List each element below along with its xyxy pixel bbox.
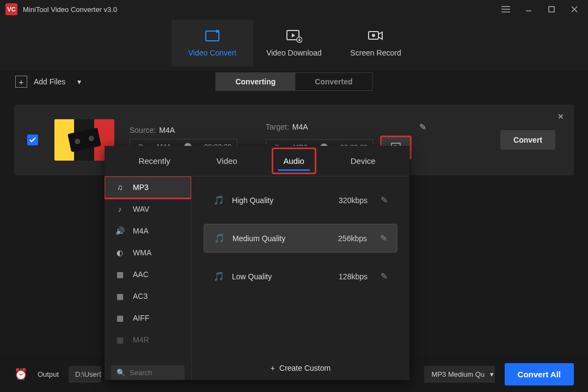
badge-icon: ▦ (114, 292, 125, 301)
format-list[interactable]: ♫MP3 ♪WAV 🔊M4A ◐WMA ▦AAC ▦AC3 ▦AIFF ▦M4R… (105, 176, 192, 380)
main-tabs: Video Convert Video Download Screen Reco… (0, 19, 588, 71)
speaker-icon: 🔊 (114, 226, 125, 235)
fmt-label: MP3 (133, 183, 149, 192)
create-custom-label: Create Custom (279, 364, 330, 372)
minimize-button[interactable] (517, 0, 540, 19)
global-format-picker[interactable]: MP3 Medium Qu ▾ (424, 366, 495, 383)
plus-icon: + (271, 364, 275, 372)
add-files-button[interactable]: + Add Files ▾ (15, 76, 81, 88)
source-value: M4A (159, 126, 175, 134)
fmt-mp3[interactable]: ♫MP3 (105, 176, 191, 198)
menu-icon[interactable] (494, 0, 517, 19)
fmt-label: AC3 (133, 292, 148, 301)
audio-file-icon: 🎵 (213, 195, 224, 205)
fmt-label: M4A (133, 226, 149, 235)
add-files-label: Add Files (34, 77, 65, 86)
quality-low[interactable]: 🎵 Low Quality 128kbps ✎ (204, 262, 397, 290)
popover-tabs: Recently Video Audio Device (105, 146, 409, 176)
ptab-audio[interactable]: Audio (273, 149, 315, 173)
music-note-icon: ♪ (114, 205, 125, 213)
fmt-aac[interactable]: ▦AAC (105, 264, 191, 285)
tab-label: Video Convert (188, 48, 236, 57)
fmt-label: WMA (133, 248, 151, 257)
format-popover: Recently Video Audio Device ♫MP3 ♪WAV 🔊M… (105, 146, 409, 380)
ptab-video[interactable]: Video (206, 149, 248, 173)
fmt-m4a[interactable]: 🔊M4A (105, 220, 191, 242)
fmt-label: AIFF (133, 314, 149, 322)
search-icon: 🔍 (117, 369, 125, 377)
svg-rect-0 (549, 7, 554, 12)
quality-name: High Quality (232, 196, 324, 205)
badge-icon: ▦ (114, 270, 125, 279)
quality-name: Medium Quality (232, 234, 325, 243)
badge-icon: ▦ (114, 335, 125, 344)
quality-rate: 128kbps (324, 272, 367, 281)
tab-label: Video Download (266, 48, 322, 57)
search-input[interactable] (130, 369, 179, 377)
tab-video-download[interactable]: Video Download (253, 20, 335, 66)
titlebar: VC MiniTool Video Converter v3.0 (0, 0, 588, 19)
fmt-aiff[interactable]: ▦AIFF (105, 307, 191, 329)
file-checkbox[interactable] (27, 134, 38, 145)
quality-name: Low Quality (232, 272, 324, 281)
fmt-label: AAC (133, 270, 149, 279)
converted-tab[interactable]: Converted (295, 73, 372, 90)
target-value: M4A (292, 122, 308, 131)
format-search[interactable]: 🔍 (111, 365, 185, 380)
svg-point-5 (372, 34, 375, 37)
schedule-icon[interactable]: ⏰ (14, 367, 28, 381)
tab-screen-record[interactable]: Screen Record (335, 20, 416, 66)
output-label: Output (38, 370, 59, 378)
maximize-button[interactable] (540, 0, 563, 19)
converting-tab[interactable]: Converting (216, 73, 295, 90)
edit-icon[interactable]: ✎ (381, 195, 388, 205)
app-logo: VC (5, 3, 17, 15)
quality-medium[interactable]: 🎵 Medium Quality 256kbps ✎ (204, 224, 397, 253)
target-label: Target: (266, 122, 289, 131)
edit-icon[interactable]: ✎ (380, 233, 387, 243)
audio-file-icon: 🎵 (213, 271, 224, 281)
quality-rate: 320kbps (324, 196, 367, 205)
edit-target-icon[interactable]: ✎ (419, 122, 426, 132)
quality-high[interactable]: 🎵 High Quality 320kbps ✎ (204, 186, 397, 214)
output-path[interactable]: D:\UserD (69, 366, 101, 383)
fmt-label: WAV (133, 205, 149, 213)
fmt-ac3[interactable]: ▦AC3 (105, 285, 191, 307)
convert-button[interactable]: Convert (500, 130, 555, 150)
ptab-device[interactable]: Device (340, 149, 387, 173)
close-button[interactable] (563, 0, 586, 19)
chevron-down-icon: ▾ (490, 370, 494, 378)
create-custom-button[interactable]: + Create Custom (271, 364, 330, 372)
picker-label: MP3 Medium Qu (432, 370, 485, 378)
fmt-m4r[interactable]: ▦M4R (105, 329, 191, 351)
fmt-wma[interactable]: ◐WMA (105, 242, 191, 264)
converting-toggle: Converting Converted (215, 72, 372, 91)
convert-all-button[interactable]: Convert All (505, 363, 574, 385)
remove-file-button[interactable]: ✕ (558, 112, 564, 121)
chevron-down-icon[interactable]: ▾ (77, 77, 81, 86)
app-title: MiniTool Video Converter v3.0 (23, 5, 117, 14)
toolbar: + Add Files ▾ Converting Converted (0, 71, 588, 93)
audio-icon: ◐ (114, 248, 125, 257)
badge-icon: ▦ (114, 314, 125, 322)
quality-list: 🎵 High Quality 320kbps ✎ 🎵 Medium Qualit… (192, 176, 409, 380)
audio-file-icon: 🎵 (214, 233, 225, 243)
tab-label: Screen Record (350, 48, 401, 57)
edit-icon[interactable]: ✎ (381, 271, 388, 281)
tab-video-convert[interactable]: Video Convert (171, 20, 253, 66)
fmt-wav[interactable]: ♪WAV (105, 198, 191, 220)
music-note-icon: ♫ (114, 183, 125, 192)
ptab-recently[interactable]: Recently (127, 149, 181, 173)
quality-rate: 256kbps (325, 234, 367, 243)
plus-icon: + (15, 76, 27, 88)
fmt-label: M4R (133, 335, 149, 344)
source-label: Source: (130, 126, 156, 134)
